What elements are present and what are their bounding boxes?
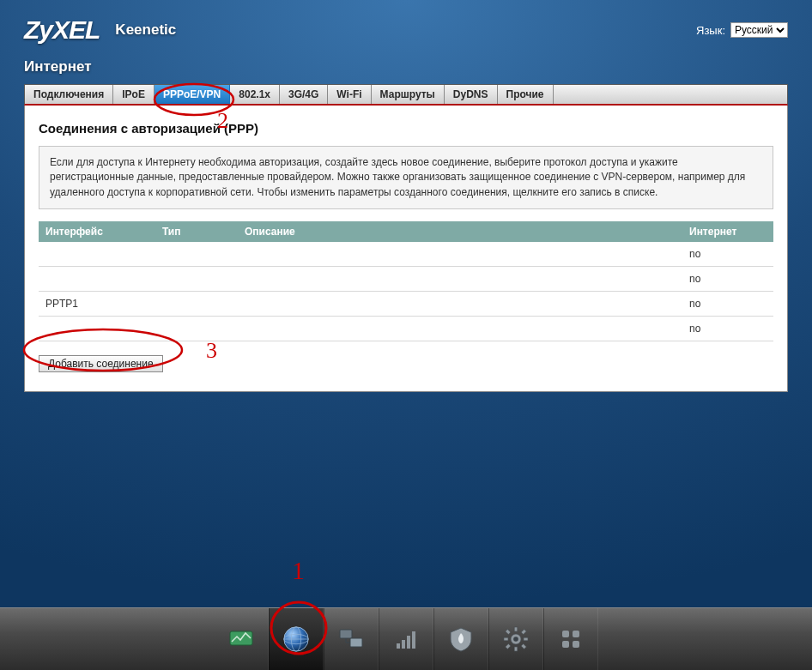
svg-rect-6 bbox=[350, 638, 362, 647]
table-row[interactable]: PPTP1 no bbox=[39, 292, 773, 317]
brand-logo: ZyXEL bbox=[24, 15, 100, 45]
tab-dydns[interactable]: DyDNS bbox=[445, 85, 498, 104]
dock-firewall[interactable] bbox=[433, 608, 488, 670]
svg-rect-9 bbox=[397, 643, 400, 649]
col-desc: Описание bbox=[238, 221, 682, 242]
globe-icon bbox=[282, 625, 311, 654]
tab-ipoe[interactable]: IPoE bbox=[113, 85, 155, 104]
connections-table: Интерфейс Тип Описание Интернет no no PP… bbox=[39, 221, 773, 341]
tabs-row: Подключения IPoE PPPoE/VPN 802.1x 3G/4G … bbox=[24, 84, 788, 106]
svg-rect-18 bbox=[505, 629, 510, 634]
tab-other[interactable]: Прочие bbox=[498, 85, 554, 104]
tab-pppoe-vpn[interactable]: PPPoE/VPN bbox=[155, 85, 230, 104]
tab-3g4g[interactable]: 3G/4G bbox=[280, 85, 328, 104]
svg-rect-11 bbox=[407, 636, 410, 649]
table-row[interactable]: no bbox=[39, 317, 773, 341]
monitor-icon bbox=[227, 625, 256, 654]
language-select[interactable]: Русский bbox=[730, 22, 788, 38]
svg-rect-17 bbox=[524, 637, 528, 641]
product-name: Keenetic bbox=[115, 21, 176, 39]
svg-rect-20 bbox=[521, 629, 526, 634]
apps-icon bbox=[556, 625, 585, 654]
table-row[interactable]: no bbox=[39, 242, 773, 267]
col-interface: Интерфейс bbox=[39, 221, 155, 242]
header: ZyXEL Keenetic Язык: Русский bbox=[0, 0, 812, 55]
firewall-icon bbox=[446, 625, 476, 654]
panel-heading: Соединения с авторизацией (PPP) bbox=[39, 121, 773, 136]
svg-rect-23 bbox=[562, 631, 569, 637]
language-selector: Язык: Русский bbox=[696, 22, 788, 38]
svg-rect-19 bbox=[521, 643, 526, 649]
settings-icon bbox=[501, 625, 530, 654]
bottom-dock bbox=[0, 607, 812, 670]
svg-rect-12 bbox=[412, 631, 415, 649]
tab-8021x[interactable]: 802.1x bbox=[230, 85, 280, 104]
content-panel: Соединения с авторизацией (PPP) Если для… bbox=[24, 106, 788, 392]
network-icon bbox=[336, 625, 366, 654]
svg-rect-16 bbox=[504, 637, 508, 641]
dock-wifi[interactable] bbox=[379, 608, 433, 670]
svg-rect-26 bbox=[573, 641, 579, 648]
tab-connections[interactable]: Подключения bbox=[25, 85, 113, 104]
col-internet: Интернет bbox=[682, 221, 773, 242]
dock-internet[interactable] bbox=[269, 608, 324, 670]
language-label: Язык: bbox=[696, 24, 725, 37]
svg-rect-5 bbox=[340, 630, 352, 638]
col-type: Тип bbox=[155, 221, 238, 242]
dock-apps[interactable] bbox=[543, 608, 598, 670]
dock-monitor[interactable] bbox=[215, 608, 269, 670]
tab-wifi[interactable]: Wi-Fi bbox=[328, 85, 371, 104]
section-title: Интернет bbox=[0, 55, 812, 84]
dock-settings[interactable] bbox=[488, 608, 543, 670]
svg-rect-21 bbox=[505, 643, 510, 649]
tab-routes[interactable]: Маршруты bbox=[372, 85, 445, 104]
add-connection-button[interactable]: Добавить соединение bbox=[39, 355, 163, 372]
svg-rect-24 bbox=[573, 631, 579, 637]
dock-network[interactable] bbox=[324, 608, 379, 670]
info-box: Если для доступа к Интернету необходима … bbox=[39, 146, 773, 209]
svg-point-22 bbox=[513, 637, 518, 642]
svg-rect-10 bbox=[402, 640, 405, 649]
svg-rect-25 bbox=[562, 641, 569, 648]
svg-rect-15 bbox=[514, 647, 518, 651]
wifi-icon bbox=[391, 625, 421, 654]
annotation-number-1: 1 bbox=[292, 556, 305, 585]
svg-rect-14 bbox=[514, 627, 518, 631]
table-row[interactable]: no bbox=[39, 267, 773, 292]
